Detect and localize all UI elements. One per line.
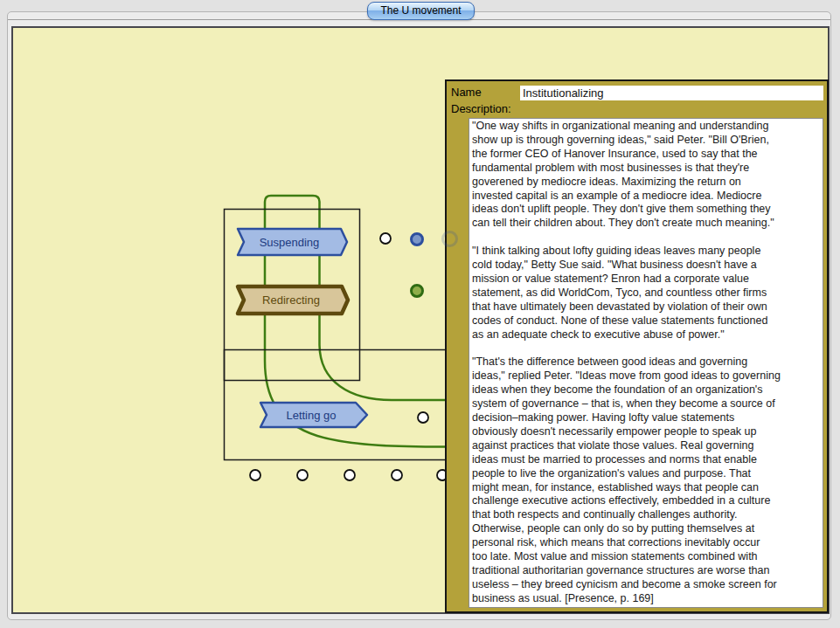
tab-the-u-movement[interactable]: The U movement bbox=[367, 2, 475, 20]
white-dot-1[interactable] bbox=[380, 233, 391, 244]
description-textarea[interactable]: "One way shifts in organizational meanin… bbox=[469, 118, 823, 608]
bottom-dot-3[interactable] bbox=[344, 470, 355, 480]
white-dot-2[interactable] bbox=[418, 412, 428, 423]
green-dot[interactable] bbox=[412, 286, 423, 297]
node-letting-go-label: Letting go bbox=[286, 409, 336, 422]
node-redirecting-label: Redirecting bbox=[262, 293, 320, 307]
blue-dot[interactable] bbox=[412, 234, 423, 245]
name-label: Name bbox=[451, 86, 482, 99]
name-input[interactable] bbox=[520, 86, 823, 100]
app-window: Suspending Redirecting Letting go Name D… bbox=[0, 0, 840, 628]
ghost-connection-dot bbox=[441, 231, 458, 247]
bottom-dot-2[interactable] bbox=[297, 470, 308, 480]
bottom-dot-4[interactable] bbox=[392, 470, 402, 480]
node-suspending-label: Suspending bbox=[260, 236, 320, 249]
properties-panel: Name Description: "One way shifts in org… bbox=[445, 79, 829, 613]
description-label: Description: bbox=[451, 102, 511, 115]
bottom-dot-1[interactable] bbox=[250, 470, 260, 480]
